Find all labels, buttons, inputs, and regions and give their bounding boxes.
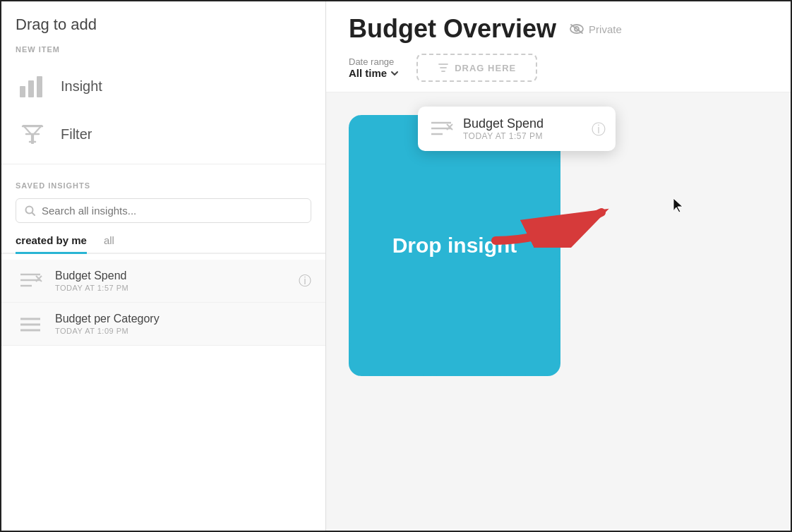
search-input[interactable] [42, 205, 302, 217]
sidebar-drag-title: Drag to add [1, 16, 325, 45]
drag-card: Budget Spend TODAY AT 1:57 PM ⓘ [418, 107, 616, 151]
insight-label: Insight [61, 78, 102, 95]
main-panel: Budget Overview Private Date range All t… [326, 1, 791, 531]
sidebar-item-insight[interactable]: Insight [1, 62, 325, 110]
drag-card-help-icon[interactable]: ⓘ [592, 119, 606, 138]
drag-arrow [488, 184, 616, 248]
private-label: Private [589, 23, 622, 35]
new-item-label: NEW ITEM [1, 45, 325, 62]
page-title: Budget Overview [349, 14, 556, 44]
budget-category-name: Budget per Category [55, 313, 311, 325]
filter-drag-icon [438, 62, 449, 73]
sidebar-divider [1, 164, 325, 164]
date-range-label: Date range [349, 56, 400, 67]
tab-created-by-me[interactable]: created by me [16, 234, 87, 254]
sidebar: Drag to add NEW ITEM Insight [1, 1, 326, 531]
date-range-selector[interactable]: All time [349, 67, 400, 79]
budget-spend-time: TODAY AT 1:57 PM [55, 284, 299, 292]
svg-line-4 [32, 212, 35, 215]
budget-spend-name: Budget Spend [55, 270, 299, 282]
insight-icon [16, 69, 49, 103]
insight-list-item-budget-category[interactable]: Budget per Category TODAY AT 1:09 PM [1, 303, 325, 346]
date-range-group: Date range All time [349, 56, 400, 79]
filter-icon [16, 117, 49, 151]
budget-category-icon [16, 311, 45, 337]
budget-category-info: Budget per Category TODAY AT 1:09 PM [55, 313, 311, 335]
canvas-area: Drop insight [326, 92, 791, 399]
filter-label: Filter [61, 126, 92, 143]
search-box[interactable] [16, 198, 311, 223]
title-row: Budget Overview Private [349, 14, 768, 54]
drag-card-name: Budget Spend [463, 116, 544, 131]
arrow-container [488, 184, 616, 250]
budget-spend-icon [16, 268, 45, 294]
private-icon [569, 23, 584, 35]
private-badge: Private [569, 23, 622, 35]
budget-category-time: TODAY AT 1:09 PM [55, 327, 311, 335]
drag-card-info: Budget Spend TODAY AT 1:57 PM [463, 116, 544, 141]
drag-card-icon [428, 117, 455, 141]
tab-all[interactable]: all [104, 234, 114, 253]
budget-spend-info: Budget Spend TODAY AT 1:57 PM [55, 270, 299, 292]
sidebar-item-filter[interactable]: Filter [1, 110, 325, 158]
drag-here-zone: DRAG HERE [416, 54, 537, 82]
search-icon [25, 205, 36, 217]
filter-row: Date range All time DRAG HERE [349, 54, 768, 92]
chevron-down-icon [390, 68, 400, 78]
svg-rect-2 [37, 76, 42, 97]
cursor [672, 197, 685, 214]
drag-here-label: DRAG HERE [455, 63, 516, 73]
svg-rect-1 [28, 80, 34, 97]
tabs-row: created by me all [1, 234, 325, 254]
saved-insights-label: SAVED INSIGHTS [1, 170, 325, 198]
budget-spend-help[interactable]: ⓘ [299, 272, 311, 289]
svg-rect-0 [20, 86, 25, 97]
main-header: Budget Overview Private Date range All t… [326, 1, 791, 92]
insight-list-item-budget-spend[interactable]: Budget Spend TODAY AT 1:57 PM ⓘ [1, 260, 325, 303]
drag-card-time: TODAY AT 1:57 PM [463, 131, 544, 141]
